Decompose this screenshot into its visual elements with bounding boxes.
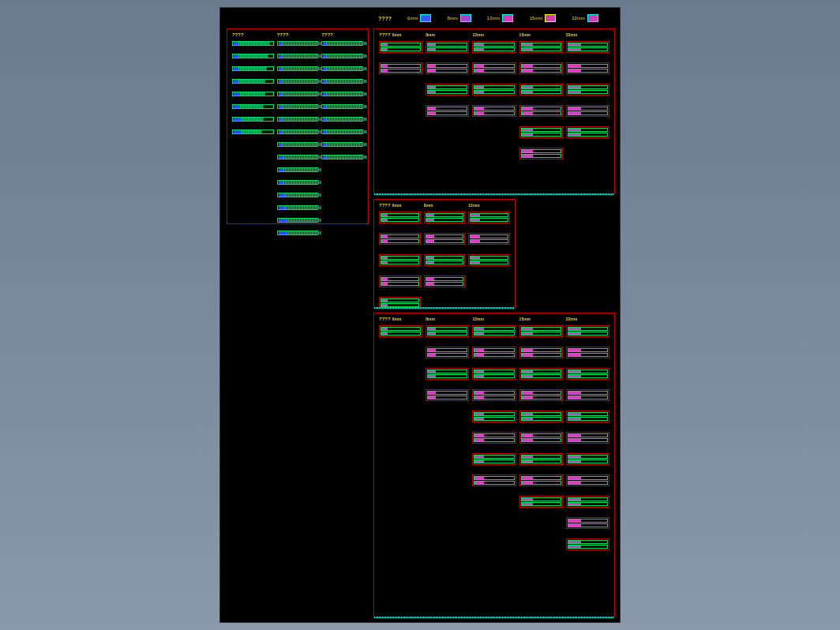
panel-a: ???????????? (227, 28, 369, 224)
block-item (519, 148, 563, 159)
block-item (519, 62, 563, 74)
block-item (426, 105, 469, 117)
column: 22mm (566, 32, 609, 167)
bar-item (277, 167, 319, 172)
legend-title: ???? (378, 16, 392, 21)
swatch-icon (460, 14, 471, 22)
block-item (519, 411, 563, 422)
column: ????6mm (379, 317, 422, 557)
block-item (424, 254, 466, 266)
column-header: 8mm (426, 32, 469, 37)
block-item (519, 453, 563, 465)
column-header: 15mm (519, 32, 563, 37)
block-item (566, 62, 609, 74)
bar-item (321, 117, 363, 122)
column: 12mm (468, 203, 510, 316)
column: ????6mm (379, 203, 421, 316)
bar-item (277, 142, 319, 147)
block-item (472, 325, 516, 337)
bar-item (232, 104, 274, 109)
column-header: 22mm (566, 32, 609, 37)
block-item (566, 41, 609, 53)
column: 8mm (424, 203, 466, 316)
bar-item (321, 54, 363, 58)
block-item (426, 84, 469, 96)
column-header: 12mm (472, 32, 516, 37)
block-item (426, 368, 469, 380)
block-item (426, 325, 469, 337)
bar-item (277, 129, 319, 134)
block-item (566, 496, 609, 508)
block-item (519, 474, 563, 486)
legend: ???? 6mm 8mm 12mm 15mm 22mm (378, 14, 612, 22)
bar-item (277, 117, 319, 122)
block-item (566, 474, 609, 486)
panel-d: ????6mm8mm12mm15mm22mm (373, 313, 615, 617)
bar-item (232, 117, 274, 122)
bar-item (277, 41, 319, 46)
block-item (468, 212, 510, 223)
bar-item (321, 66, 363, 71)
block-item (379, 41, 422, 53)
block-item (519, 126, 563, 138)
bar-item (321, 79, 363, 84)
panel-c: ????6mm8mm12mm (373, 199, 516, 308)
column: 22mm (566, 317, 609, 557)
block-item (566, 411, 609, 422)
block-item (426, 389, 469, 401)
block-item (472, 389, 516, 401)
block-item (379, 212, 421, 223)
legend-item-8mm: 8mm (447, 14, 471, 22)
legend-item-6mm: 6mm (407, 14, 431, 22)
swatch-icon (420, 14, 431, 22)
block-item (519, 368, 563, 380)
column: ???? (232, 32, 274, 241)
block-item (426, 347, 469, 358)
column: ????6mm (379, 32, 422, 167)
swatch-icon (545, 14, 556, 22)
bar-item (277, 231, 319, 235)
bar-item (321, 92, 363, 96)
column-header: 8mm (426, 317, 469, 321)
bar-item (277, 92, 319, 96)
block-item (379, 62, 422, 74)
bar-item (232, 66, 274, 71)
block-item (519, 347, 563, 358)
panel-title: ???? (379, 317, 391, 321)
block-item (379, 325, 422, 337)
column-header: 12mm (472, 317, 516, 321)
bar-item (321, 155, 363, 159)
block-item (519, 496, 563, 508)
column: 12mm (472, 317, 516, 557)
legend-item-22mm: 22mm (572, 14, 598, 22)
bar-item (321, 104, 363, 109)
block-item (566, 453, 609, 465)
block-item (472, 432, 516, 444)
column: ???? (277, 32, 319, 241)
block-item (566, 84, 609, 96)
block-item (566, 325, 609, 337)
bar-item (277, 155, 319, 159)
block-item (472, 41, 516, 53)
block-item (566, 105, 609, 117)
bar-item (277, 180, 319, 185)
swatch-icon (502, 14, 513, 22)
block-item (519, 41, 563, 53)
column-header: ????6mm (379, 203, 421, 208)
column-header: 15mm (519, 317, 563, 321)
column-header: 12mm (468, 203, 510, 208)
column-header: ????6mm (379, 317, 422, 321)
block-item (519, 84, 563, 96)
bar-item (321, 129, 363, 134)
bar-item (277, 205, 319, 210)
column-header: 8mm (424, 203, 466, 208)
block-item (566, 432, 609, 444)
block-item (472, 84, 516, 96)
block-item (472, 368, 516, 380)
bar-item (321, 142, 363, 147)
block-item (379, 254, 421, 266)
block-item (379, 276, 421, 287)
column-header: ???? (232, 32, 274, 37)
block-item (379, 233, 421, 245)
block-item (468, 254, 510, 266)
